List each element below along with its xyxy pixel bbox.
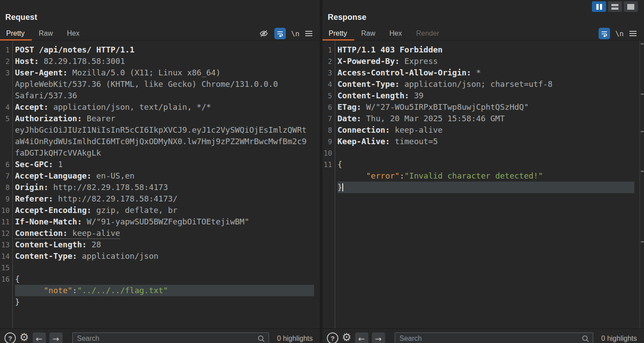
line-number: 8 [0, 182, 10, 193]
code-line[interactable]: 1POST /api/notes/ HTTP/1.1 [0, 44, 320, 56]
code-line[interactable]: AppleWebKit/537.36 (KHTML, like Gecko) C… [0, 78, 320, 90]
line-text: faDGTJkQH7cVVAkgLk [15, 147, 314, 159]
line-text: POST /api/notes/ HTTP/1.1 [15, 44, 314, 56]
code-line[interactable]: Safari/537.36 [0, 90, 320, 101]
code-line[interactable]: 6ETag: W/"27-WOu5IRPxBITwp8uwjCphtQSzHdQ… [322, 101, 644, 113]
code-line[interactable]: eyJhbGciOiJIUzI1NiIsInR5cCI6IkpXVCJ9.eyJ… [0, 124, 320, 136]
menu-icon[interactable] [629, 30, 637, 37]
response-tab-raw[interactable]: Raw [354, 27, 382, 40]
next-match-button[interactable]: → [49, 332, 63, 343]
response-tab-render[interactable]: Render [409, 27, 446, 40]
code-line[interactable]: 8Connection: keep-alive [322, 124, 644, 136]
code-line[interactable]: 5Authorization: Bearer [0, 113, 320, 124]
layout-single-button[interactable] [624, 1, 638, 12]
menu-icon[interactable] [305, 30, 313, 37]
line-text: Safari/537.36 [15, 90, 314, 101]
help-icon[interactable]: ? [4, 332, 16, 343]
line-text: HTTP/1.1 403 Forbidden [337, 44, 634, 56]
word-wrap-icon[interactable] [599, 28, 610, 39]
scroll-marker [641, 93, 644, 95]
code-line[interactable]: 7Date: Thu, 20 Mar 2025 15:58:46 GMT [322, 113, 644, 124]
code-line[interactable]: 6Sec-GPC: 1 [0, 159, 320, 170]
line-text: eyJhbGciOiJIUzI1NiIsInR5cCI6IkpXVCJ9.eyJ… [15, 124, 314, 136]
line-number: 16 [0, 273, 10, 285]
newline-icon[interactable]: \n [291, 30, 300, 38]
code-line[interactable]: 8Origin: http://82.29.178.58:4173 [0, 182, 320, 193]
response-editor[interactable]: 1HTTP/1.1 403 Forbidden2X-Powered-By: Ex… [322, 41, 644, 328]
code-line[interactable]: 4Content-Type: application/json; charset… [322, 78, 644, 90]
line-number [322, 170, 332, 182]
code-line[interactable]: 3User-Agent: Mozilla/5.0 (X11; Linux x86… [0, 67, 320, 78]
code-line[interactable]: 10Accept-Encoding: gzip, deflate, br [0, 205, 320, 216]
search-input[interactable] [76, 334, 258, 343]
help-icon[interactable]: ? [327, 332, 338, 343]
code-line[interactable]: 9Referer: http://82.29.178.58:4173/ [0, 193, 320, 205]
line-number [0, 136, 10, 147]
response-tab-hex[interactable]: Hex [382, 27, 409, 40]
line-text: "note":"../../../flag.txt" [15, 285, 314, 296]
line-text: Keep-Alive: timeout=5 [337, 136, 634, 147]
code-line[interactable]: 11If-None-Match: W/"91-yapwSUD5BWZFegbOi… [0, 216, 320, 227]
code-line[interactable]: 10 [322, 147, 644, 159]
scroll-marker [641, 131, 644, 132]
line-number: 4 [322, 78, 332, 90]
word-wrap-icon[interactable] [274, 28, 286, 39]
request-tab-pretty[interactable]: Pretty [0, 27, 32, 40]
code-line[interactable]: } [322, 182, 644, 193]
request-panel: Request Pretty Raw Hex \n [0, 0, 320, 343]
code-line[interactable]: 5Content-Length: 39 [322, 90, 644, 101]
line-number [0, 124, 10, 136]
next-match-button[interactable]: → [372, 332, 385, 343]
eye-off-icon[interactable] [258, 28, 269, 39]
code-line[interactable]: aW4iOnRydWUsImlhdCI6MTc0MjQxODMyNX0.lw7H… [0, 136, 320, 147]
request-editor[interactable]: 1POST /api/notes/ HTTP/1.12Host: 82.29.1… [0, 41, 320, 328]
request-tab-raw[interactable]: Raw [32, 27, 60, 40]
code-line[interactable]: 9Keep-Alive: timeout=5 [322, 136, 644, 147]
code-line[interactable]: "error":"Invalid character detected!" [322, 170, 644, 182]
code-line[interactable]: 2X-Powered-By: Express [322, 56, 644, 67]
prev-match-button[interactable]: ← [355, 332, 368, 343]
newline-icon[interactable]: \n [615, 30, 624, 38]
request-tab-hex[interactable]: Hex [60, 27, 86, 40]
code-line[interactable]: 7Accept-Language: en-US,en [0, 170, 320, 182]
layout-rows-button[interactable] [608, 1, 622, 12]
line-text: Date: Thu, 20 Mar 2025 15:58:46 GMT [337, 113, 634, 124]
line-number: 4 [0, 101, 10, 113]
code-line[interactable]: 12Connection: keep-alive [0, 227, 320, 239]
code-line[interactable]: 11{ [322, 159, 644, 170]
line-text: Accept-Language: en-US,en [15, 170, 314, 182]
line-text: If-None-Match: W/"91-yapwSUD5BWZFegbOiTO… [15, 216, 314, 227]
code-line[interactable]: } [0, 296, 320, 308]
code-line[interactable]: 16{ [0, 273, 320, 285]
response-tab-pretty[interactable]: Pretty [322, 27, 354, 40]
code-line[interactable]: 4Accept: application/json, text/plain, *… [0, 101, 320, 113]
search-input[interactable] [399, 334, 582, 343]
code-line[interactable]: 15 [0, 262, 320, 273]
code-line[interactable]: 2Host: 82.29.178.58:3001 [0, 56, 320, 67]
line-text: Host: 82.29.178.58:3001 [15, 56, 314, 67]
code-line[interactable]: 13Content-Length: 28 [0, 239, 320, 250]
code-line[interactable]: 14Content-Type: application/json [0, 250, 320, 262]
line-text: Content-Type: application/json [15, 250, 314, 262]
code-line[interactable]: 1HTTP/1.1 403 Forbidden [322, 44, 644, 56]
line-text: ETag: W/"27-WOu5IRPxBITwp8uwjCphtQSzHdQ" [337, 101, 634, 113]
gear-icon[interactable]: ⚙ [19, 332, 29, 343]
code-line[interactable]: faDGTJkQH7cVVAkgLk [0, 147, 320, 159]
code-line[interactable]: "note":"../../../flag.txt" [0, 285, 320, 296]
line-number: 3 [322, 67, 332, 78]
response-tabbar: Pretty Raw Hex Render \n [322, 27, 644, 41]
line-number: 1 [322, 44, 332, 56]
gear-icon[interactable]: ⚙ [342, 332, 352, 343]
line-text: Content-Length: 39 [337, 90, 634, 101]
line-number [0, 147, 10, 159]
gutter-divider [12, 41, 13, 328]
line-text: "error":"Invalid character detected!" [337, 170, 634, 182]
search-icon [257, 335, 265, 343]
search-icon [581, 335, 589, 343]
code-line[interactable]: 3Access-Control-Allow-Origin: * [322, 67, 644, 78]
response-panel: Response Pretty Raw Hex Render \n 1HTTP/ [322, 0, 644, 343]
prev-match-button[interactable]: ← [33, 332, 46, 343]
highlights-count: 0 highlights [277, 332, 315, 343]
layout-columns-button[interactable] [592, 1, 606, 12]
line-text [15, 262, 314, 273]
